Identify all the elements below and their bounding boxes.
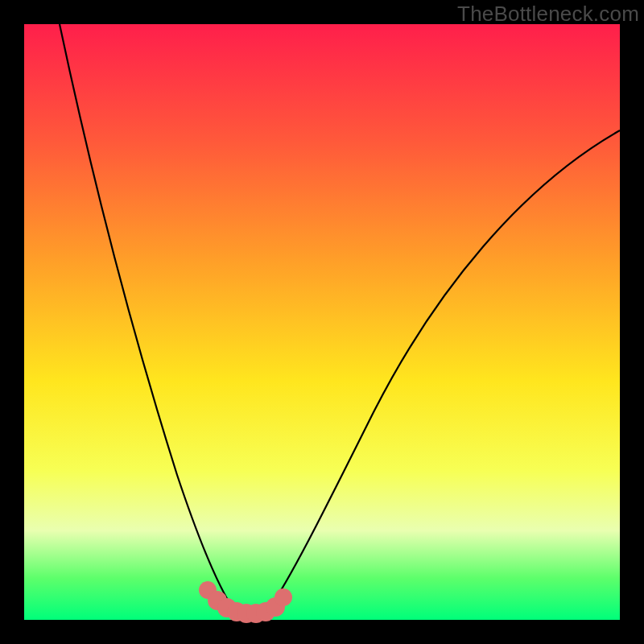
- curve-right: [267, 130, 620, 612]
- chart-svg: [24, 24, 620, 620]
- watermark-text: TheBottleneck.com: [457, 2, 639, 27]
- curve-left: [60, 24, 235, 612]
- plot-area: [24, 24, 620, 620]
- trough-markers: [199, 581, 292, 623]
- svg-point-8: [275, 588, 292, 606]
